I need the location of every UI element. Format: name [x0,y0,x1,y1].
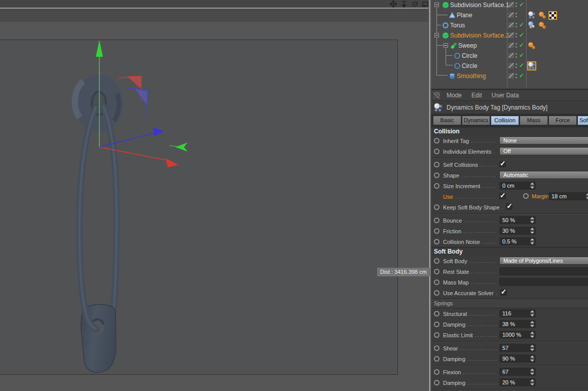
om-row-subdivision-surface-2[interactable]: Subdivision Surface.2 ✓ [431,30,588,41]
keyframe-radio[interactable] [434,172,439,178]
soft-body-dropdown[interactable]: Made of Polygons/Lines [499,257,588,265]
object-label[interactable]: Torus [450,22,465,29]
keyframe-radio[interactable] [434,311,439,316]
object-label[interactable]: Smoothing [457,73,486,80]
visibility-dots[interactable] [516,43,517,49]
enabled-check[interactable]: ✓ [519,62,524,69]
damping-shear-spinner[interactable]: 90 % [499,354,536,363]
spinner-arrows-icon[interactable] [530,379,534,385]
enabled-check[interactable]: ✓ [519,52,524,59]
layer-toggle[interactable] [508,53,514,58]
tab-dynamics[interactable]: Dynamics [462,116,490,125]
layer-toggle[interactable] [508,12,514,18]
collapse-toggle[interactable] [434,3,439,7]
enabled-check[interactable]: ✓ [519,21,524,28]
object-label[interactable]: Circle [462,52,477,59]
enabled-check[interactable]: ✓ [519,72,524,79]
axis-z-arrow[interactable] [153,127,164,136]
visibility-dots[interactable] [516,23,517,29]
om-row-subdivision-surface-1[interactable]: Subdivision Surface.1 ✓ [431,0,588,10]
dynamics-body-tag-icon[interactable] [538,21,546,29]
collapse-toggle[interactable] [444,43,448,48]
keyframe-radio[interactable] [434,138,439,144]
spinner-arrows-icon[interactable] [530,183,534,189]
self-collisions-checkbox[interactable] [499,161,506,167]
enabled-check[interactable]: ✓ [519,1,524,8]
structural-spinner[interactable]: 116 [499,309,536,317]
flexion-spinner[interactable]: 67 [499,368,536,376]
handle-plane-blue[interactable] [135,89,148,105]
grip-icon[interactable] [433,92,440,98]
use-accurate-solver-checkbox[interactable] [500,289,507,296]
menu-mode[interactable]: Mode [447,92,462,99]
visibility-dots[interactable] [516,53,517,59]
inherit-tag-dropdown[interactable]: None [499,136,588,145]
om-row-torus[interactable]: Torus ✓ [431,20,588,30]
visibility-dots[interactable] [516,33,517,39]
keyframe-radio[interactable] [434,369,439,375]
spinner-arrows-icon[interactable] [530,321,534,327]
margin-spinner[interactable]: 18 cm [548,192,588,200]
keyframe-radio[interactable] [434,228,439,234]
keyframe-radio[interactable] [434,183,439,189]
keyframe-radio[interactable] [434,290,439,296]
tab-mass[interactable]: Mass [520,116,547,125]
layer-toggle[interactable] [508,73,514,79]
shear-spinner[interactable]: 57 [499,344,536,352]
friction-spinner[interactable]: 30 % [499,227,536,235]
axis-y2-arrow[interactable] [175,143,188,152]
object-label[interactable]: Subdivision Surface.1 [450,2,509,9]
plane-handles[interactable] [118,76,148,119]
om-row-smoothing[interactable]: Smoothing ✓ [431,71,588,81]
dynamics-body-tag-icon[interactable] [528,42,536,50]
object-label[interactable]: Subdivision Surface.2 [450,32,509,39]
om-row-sweep[interactable]: Sweep ✓ [431,41,588,51]
rest-state-field[interactable] [499,267,588,275]
keyframe-radio[interactable] [434,332,439,338]
keyframe-radio[interactable] [434,258,439,264]
spinner-arrows-icon[interactable] [530,345,534,351]
use-checkbox[interactable] [499,193,506,199]
damping-flexion-spinner[interactable]: 20 % [499,378,536,386]
keep-soft-body-shape-checkbox[interactable] [506,203,512,210]
tab-force[interactable]: Force [549,116,576,125]
phong-tag-icon[interactable] [528,21,536,29]
spinner-arrows-icon[interactable] [530,332,534,338]
keyframe-radio[interactable] [434,239,439,244]
layer-toggle[interactable] [508,43,514,48]
shape-dropdown[interactable]: Automatic [499,171,588,179]
spinner-arrows-icon[interactable] [586,193,588,199]
menu-user-data[interactable]: User Data [492,92,519,99]
dolly-icon[interactable] [400,1,408,8]
visibility-dots[interactable] [516,74,517,80]
spinner-arrows-icon[interactable] [530,228,534,234]
tab-basic[interactable]: Basic [433,116,461,125]
damping-structural-spinner[interactable]: 38 % [499,320,536,328]
visibility-dots[interactable] [516,63,517,69]
spinner-arrows-icon[interactable] [530,310,534,316]
viewport-canvas[interactable] [0,40,396,373]
size-increment-spinner[interactable]: 0 cm [499,182,536,190]
keyframe-radio[interactable] [434,149,439,154]
object-label[interactable]: Plane [457,12,472,19]
maximize-icon[interactable] [422,1,428,8]
texture-tag-icon[interactable] [549,12,557,19]
keyframe-radio[interactable] [523,193,529,199]
keyframe-radio[interactable] [434,380,439,385]
rotate-icon[interactable] [411,1,418,8]
keyframe-radio[interactable] [434,345,439,351]
viewport-3d[interactable] [0,40,398,375]
soft-body-tag-icon[interactable] [528,11,536,19]
om-row-circle-1[interactable]: Circle ✓ [431,51,588,61]
tab-collision[interactable]: Collision [491,116,519,125]
bounce-spinner[interactable]: 50 % [499,216,536,224]
layer-toggle[interactable] [508,2,514,8]
axis-y-arrow[interactable] [96,40,103,57]
spinner-arrows-icon[interactable] [530,356,534,362]
dynamics-body-tag-icon[interactable] [538,11,546,19]
spinner-arrows-icon[interactable] [530,369,534,375]
pan-icon[interactable] [390,1,397,8]
spinner-arrows-icon[interactable] [530,217,534,223]
keyframe-radio[interactable] [434,269,439,274]
collapse-toggle[interactable] [434,33,439,38]
